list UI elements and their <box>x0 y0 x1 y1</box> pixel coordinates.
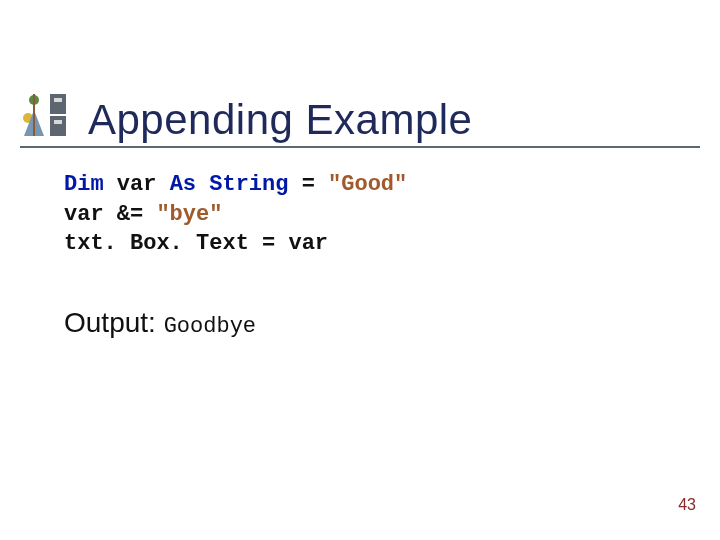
string-literal: "bye" <box>156 202 222 227</box>
code-text <box>196 172 209 197</box>
page-number: 43 <box>678 496 696 514</box>
string-literal: "Good" <box>328 172 407 197</box>
svg-rect-2 <box>50 116 66 136</box>
code-block: Dim var As String = "Good" var &= "bye" … <box>64 170 680 259</box>
code-text: var &= <box>64 202 156 227</box>
code-line-1: Dim var As String = "Good" <box>64 170 680 200</box>
slide-title: Appending Example <box>88 96 472 144</box>
keyword-dim: Dim <box>64 172 104 197</box>
code-line-2: var &= "bye" <box>64 200 680 230</box>
code-line-3: txt. Box. Text = var <box>64 229 680 259</box>
code-text: txt. Box. Text = var <box>64 231 328 256</box>
output-value: Goodbye <box>164 314 256 339</box>
output-label: Output: <box>64 307 164 338</box>
svg-rect-0 <box>50 94 66 114</box>
slide-header: Appending Example <box>20 74 700 148</box>
slide: Appending Example Dim var As String = "G… <box>0 0 720 540</box>
svg-rect-1 <box>54 98 62 102</box>
keyword-string: String <box>209 172 288 197</box>
code-text: var <box>104 172 170 197</box>
code-text: = <box>288 172 328 197</box>
output-line: Output: Goodbye <box>64 307 680 339</box>
keyword-as: As <box>170 172 196 197</box>
logo-icon <box>20 92 68 140</box>
slide-body: Dim var As String = "Good" var &= "bye" … <box>64 170 680 339</box>
svg-rect-3 <box>54 120 62 124</box>
